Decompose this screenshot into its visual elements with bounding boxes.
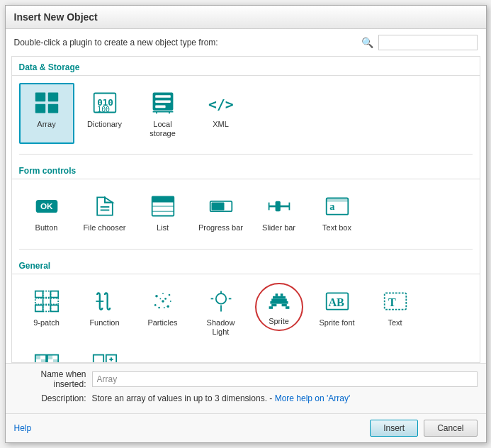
- plugin-particles[interactable]: Particles: [135, 281, 191, 342]
- subtitle-text: Double-click a plugin to create a new ob…: [14, 38, 218, 47]
- svg-rect-58: [275, 293, 278, 296]
- insert-button[interactable]: Insert: [370, 420, 418, 437]
- search-icon[interactable]: 🔍: [360, 35, 376, 50]
- progress-bar-icon: [204, 192, 238, 220]
- svg-point-44: [168, 293, 170, 296]
- function-icon: [88, 287, 122, 315]
- svg-rect-34: [50, 291, 58, 297]
- svg-rect-37: [50, 298, 58, 304]
- svg-text:a: a: [329, 201, 334, 213]
- svg-point-42: [162, 300, 164, 303]
- plugin-text-box[interactable]: a Text box: [310, 186, 365, 238]
- svg-rect-61: [271, 298, 287, 301]
- plugin-shadow-light[interactable]: Shadow Light: [193, 281, 249, 342]
- cancel-button[interactable]: Cancel: [424, 420, 477, 437]
- plugin-tiled-background[interactable]: Tiled Background: [19, 345, 74, 363]
- svg-rect-36: [43, 298, 50, 304]
- svg-rect-10: [155, 106, 165, 108]
- progress-bar-label: Progress bar: [198, 223, 243, 233]
- plugin-file-chooser[interactable]: File chooser: [77, 186, 132, 238]
- xml-label: XML: [213, 120, 229, 129]
- dialog-footer: Help Insert Cancel: [6, 413, 486, 442]
- plugin-list[interactable]: List: [135, 186, 191, 238]
- plugins-content-area[interactable]: Data & Storage Array 010: [11, 56, 480, 363]
- svg-text:AB: AB: [328, 296, 344, 309]
- svg-rect-1: [47, 93, 57, 102]
- local-storage-icon: [146, 89, 180, 117]
- svg-rect-40: [50, 305, 58, 311]
- help-link[interactable]: More help on 'Array': [275, 393, 351, 403]
- desc-label: Description:: [14, 393, 92, 403]
- svg-text:</>: </>: [208, 96, 234, 113]
- list-icon: [146, 192, 180, 220]
- search-input[interactable]: [378, 35, 478, 50]
- svg-point-51: [164, 298, 167, 300]
- help-button[interactable]: Help: [14, 423, 32, 433]
- plugin-sprite-font[interactable]: AB Sprite font: [310, 281, 365, 342]
- plugin-xml[interactable]: </> XML: [193, 83, 249, 144]
- svg-text:100: 100: [97, 106, 110, 113]
- plugin-progress-bar[interactable]: Progress bar: [193, 186, 249, 238]
- svg-point-46: [167, 305, 169, 308]
- footer-left: Help: [14, 423, 32, 433]
- text-box-label: Text box: [322, 223, 351, 233]
- name-input[interactable]: [92, 371, 478, 387]
- svg-point-47: [162, 293, 164, 294]
- svg-rect-24: [211, 203, 224, 211]
- tilemap-icon: [88, 351, 122, 363]
- plugin-dictionary[interactable]: 010 100 Dictionary: [77, 83, 132, 144]
- bottom-fields: Name when inserted: Description: Store a…: [6, 363, 486, 413]
- particles-icon: [146, 287, 180, 315]
- xml-icon: </>: [204, 89, 238, 117]
- name-label: Name when inserted:: [14, 369, 92, 389]
- plugin-button[interactable]: OK Button: [19, 186, 74, 238]
- svg-rect-77: [47, 355, 52, 359]
- plugin-local-storage[interactable]: Local storage: [135, 83, 191, 144]
- dictionary-icon: 010 100: [88, 89, 122, 117]
- plugin-text[interactable]: T Text: [368, 281, 423, 342]
- sprite-font-label: Sprite font: [319, 318, 354, 327]
- svg-point-53: [215, 293, 225, 303]
- svg-point-49: [169, 301, 171, 302]
- plugin-tilemap[interactable]: Tilemap: [77, 345, 132, 363]
- svg-point-52: [163, 307, 164, 308]
- svg-rect-20: [152, 197, 174, 203]
- general-grid: 9-patch Function: [12, 277, 480, 363]
- button-icon: OK: [30, 192, 64, 220]
- svg-rect-65: [269, 306, 272, 309]
- plugin-sprite[interactable]: Sprite: [252, 281, 307, 342]
- svg-rect-32: [35, 291, 43, 297]
- section-general: General: [12, 255, 480, 274]
- dialog-subtitle-bar: Double-click a plugin to create a new ob…: [6, 29, 486, 56]
- svg-rect-0: [35, 93, 45, 102]
- svg-text:T: T: [388, 296, 396, 309]
- list-label: List: [157, 223, 169, 233]
- slider-bar-icon: [262, 192, 296, 220]
- plugin-slider-bar[interactable]: Slider bar: [252, 186, 307, 238]
- local-storage-label: Local storage: [140, 120, 186, 138]
- svg-rect-79: [93, 355, 103, 363]
- svg-rect-59: [280, 293, 283, 296]
- nine-patch-label: 9-patch: [33, 318, 60, 327]
- button-label: Button: [35, 223, 58, 233]
- svg-rect-35: [35, 298, 43, 304]
- svg-point-43: [155, 295, 158, 298]
- svg-rect-39: [43, 305, 50, 311]
- shadow-light-label: Shadow Light: [198, 318, 244, 337]
- svg-point-45: [154, 304, 156, 306]
- text-box-icon: a: [320, 192, 354, 220]
- section-data-storage: Data & Storage: [12, 57, 480, 76]
- sprite-font-icon: AB: [320, 287, 354, 315]
- array-icon: [30, 89, 64, 117]
- svg-rect-38: [35, 305, 43, 311]
- plugin-array[interactable]: Array: [19, 83, 74, 144]
- svg-rect-64: [281, 304, 286, 307]
- plugin-function[interactable]: Function: [77, 281, 132, 342]
- file-chooser-label: File chooser: [84, 223, 126, 233]
- svg-rect-60: [273, 296, 286, 299]
- plugin-9-patch[interactable]: 9-patch: [19, 281, 74, 342]
- dialog-title: Insert New Object: [6, 6, 486, 29]
- svg-rect-31: [326, 198, 348, 202]
- svg-point-50: [159, 298, 161, 299]
- insert-new-object-dialog: Insert New Object Double-click a plugin …: [5, 5, 487, 443]
